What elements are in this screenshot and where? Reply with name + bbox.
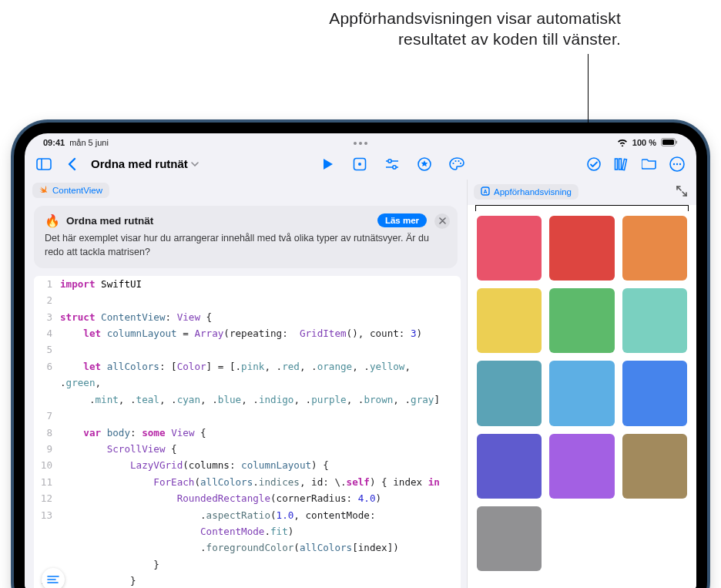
color-swatch [477, 288, 542, 353]
code-text[interactable]: } [60, 573, 461, 588]
line-number: 2 [34, 292, 60, 308]
intro-card: 🔥 Ordna med rutnät Det här exemplet visa… [34, 206, 458, 268]
file-tab[interactable]: ContentView [32, 183, 109, 198]
code-line[interactable]: 6 let allColors: [Color] = [.pink, .red,… [34, 358, 461, 391]
code-line[interactable]: 11 ForEach(allColors.indices, id: \.self… [34, 474, 461, 490]
code-line[interactable]: } [34, 556, 461, 573]
code-text[interactable]: struct ContentView: View { [60, 309, 461, 325]
library-icon[interactable] [613, 156, 630, 173]
line-number [34, 523, 60, 539]
project-title[interactable]: Ordna med rutnät [91, 157, 199, 170]
format-button[interactable] [42, 568, 65, 588]
code-line[interactable]: 1import SwiftUI [34, 276, 461, 292]
annotation-caption: Appförhandsvisningen visar automatiskt r… [0, 0, 721, 50]
color-swatch [549, 434, 614, 499]
color-swatch [622, 361, 687, 425]
line-number [34, 539, 60, 556]
line-number: 6 [34, 358, 60, 391]
code-line[interactable]: 4 let columnLayout = Array(repeating: Gr… [34, 325, 461, 341]
color-swatch [549, 361, 614, 425]
code-text[interactable]: let columnLayout = Array(repeating: Grid… [60, 325, 461, 341]
swift-icon [39, 185, 49, 196]
code-line[interactable]: ContentMode.fit) [34, 523, 461, 539]
code-text[interactable]: RoundedRectangle(cornerRadius: 4.0) [60, 490, 461, 506]
code-line[interactable]: 7 [34, 408, 461, 424]
battery-icon [661, 138, 678, 146]
svg-point-14 [458, 160, 459, 161]
svg-point-9 [388, 159, 391, 162]
code-line[interactable]: 12 RoundedRectangle(cornerRadius: 4.0) [34, 490, 461, 506]
code-line[interactable]: 16 } [34, 573, 461, 588]
line-number: 4 [34, 325, 60, 341]
app-preview-canvas [468, 205, 696, 588]
code-line[interactable]: 10 LazyVGrid(columns: columnLayout) { [34, 457, 461, 473]
preview-tab[interactable]: A Appförhandsvisning [474, 184, 578, 200]
code-text[interactable]: .mint, .teal, .cyan, .blue, .indigo, .pu… [60, 391, 461, 408]
more-icon[interactable] [669, 156, 686, 173]
step-icon[interactable] [351, 156, 368, 173]
code-text[interactable]: .foregroundColor(allColors[index]) [60, 539, 461, 556]
code-line[interactable]: 8 var body: some View { [34, 425, 461, 441]
code-text[interactable] [60, 292, 461, 308]
intro-card-title: Ordna med rutnät [66, 215, 153, 227]
code-text[interactable]: } [60, 556, 461, 573]
status-bar: 09:41 mån 5 juni 100 % [25, 133, 696, 149]
expand-preview-icon[interactable] [673, 183, 690, 202]
code-text[interactable]: ForEach(allColors.indices, id: \.self) {… [60, 474, 461, 490]
intro-card-description: Det här exemplet visar hur du arrangerar… [45, 231, 447, 259]
back-icon[interactable] [63, 156, 80, 173]
color-swatch [622, 288, 687, 353]
read-more-button[interactable]: Läs mer [377, 213, 427, 227]
code-line[interactable]: .foregroundColor(allColors[index]) [34, 539, 461, 556]
svg-point-12 [452, 162, 454, 163]
code-text[interactable] [60, 408, 461, 424]
flame-icon: 🔥 [45, 213, 60, 228]
svg-point-6 [358, 163, 361, 166]
svg-rect-17 [615, 159, 618, 170]
close-icon [439, 217, 446, 224]
color-swatch [477, 216, 542, 281]
svg-point-21 [673, 163, 675, 164]
code-line[interactable]: 3struct ContentView: View { [34, 309, 461, 325]
code-text[interactable]: LazyVGrid(columns: columnLayout) { [60, 457, 461, 473]
code-text[interactable]: var body: some View { [60, 425, 461, 441]
code-line[interactable]: .mint, .teal, .cyan, .blue, .indigo, .pu… [34, 391, 461, 408]
run-icon[interactable] [319, 156, 336, 173]
code-line[interactable]: 13 .aspectRatio(1.0, contentMode: [34, 507, 461, 523]
sidebar-toggle-icon[interactable] [35, 156, 52, 173]
toolbar: Ordna med rutnät [25, 149, 696, 180]
code-line[interactable]: 5 [34, 341, 461, 358]
wifi-icon [617, 138, 628, 146]
checkmark-circle-icon[interactable] [585, 156, 602, 173]
color-swatch [477, 506, 542, 571]
status-date: mån 5 juni [69, 138, 109, 147]
preview-tab-label: Appförhandsvisning [494, 187, 572, 197]
file-tab-label: ContentView [52, 186, 102, 195]
line-number: 5 [34, 341, 60, 358]
code-line[interactable]: 9 ScrollView { [34, 441, 461, 457]
svg-point-13 [454, 160, 456, 161]
folder-icon[interactable] [641, 156, 658, 173]
code-text[interactable]: .aspectRatio(1.0, contentMode: [60, 507, 461, 523]
star-circle-icon[interactable] [416, 156, 433, 173]
close-intro-button[interactable] [434, 213, 450, 229]
code-text[interactable] [60, 341, 461, 358]
svg-rect-18 [619, 159, 622, 170]
line-number [34, 391, 60, 408]
settings-sliders-icon[interactable] [384, 156, 401, 173]
code-text[interactable]: import SwiftUI [60, 276, 461, 292]
palette-icon[interactable] [448, 156, 465, 173]
color-swatch [549, 288, 614, 353]
code-line[interactable]: 2 [34, 292, 461, 308]
svg-rect-2 [676, 141, 678, 144]
code-text[interactable]: let allColors: [Color] = [.pink, .red, .… [60, 358, 461, 391]
code-editor[interactable]: 1import SwiftUI23struct ContentView: Vie… [34, 276, 461, 588]
svg-text:A: A [483, 189, 487, 194]
line-number: 13 [34, 507, 60, 523]
line-number: 9 [34, 441, 60, 457]
code-text[interactable]: ContentMode.fit) [60, 523, 461, 539]
multitasking-dots[interactable] [354, 140, 367, 145]
color-swatch [622, 434, 687, 499]
code-text[interactable]: ScrollView { [60, 441, 461, 457]
color-swatch [477, 434, 542, 499]
